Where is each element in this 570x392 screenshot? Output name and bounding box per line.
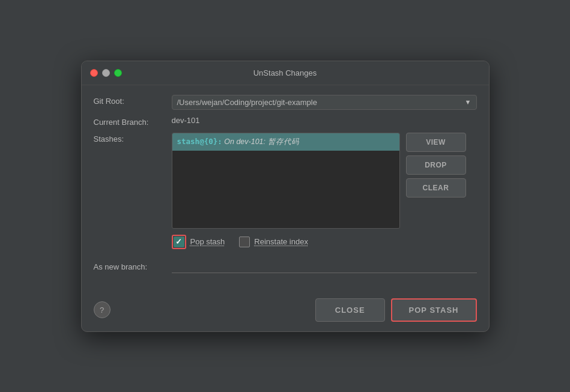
stashes-row: Stashes: stash@{0}: On dev-101: 暂存代码 VIE… [94,133,477,229]
stash-desc: On dev-101: 暂存代码 [224,137,299,146]
checkmark-icon: ✓ [175,237,182,246]
minimize-traffic-light[interactable] [102,69,110,77]
checkboxes-row: ✓ Pop stash Reinstate index [172,235,477,249]
traffic-lights [90,69,122,77]
pop-stash-label: Pop stash [190,237,225,246]
pop-stash-checkbox[interactable]: ✓ [174,237,184,247]
reinstate-index-checkbox[interactable] [239,237,250,247]
new-branch-row: As new branch: [94,259,477,273]
git-root-label: Git Root: [94,95,172,106]
current-branch-row: Current Branch: dev-101 [94,116,477,127]
title-bar: UnStash Changes [82,61,489,85]
pop-stash-checkbox-group[interactable]: ✓ Pop stash [172,235,225,249]
git-root-selector[interactable]: /Users/wejan/Coding/project/git-example … [172,95,477,110]
git-root-row: Git Root: /Users/wejan/Coding/project/gi… [94,95,477,110]
dialog: UnStash Changes Git Root: /Users/wejan/C… [81,61,490,332]
stash-item[interactable]: stash@{0}: On dev-101: 暂存代码 [172,133,399,151]
git-root-path: /Users/wejan/Coding/project/git-example [177,98,460,107]
clear-button[interactable]: CLEAR [406,178,466,198]
pop-stash-checkbox-wrapper: ✓ [172,235,186,249]
pop-stash-button[interactable]: POP STASH [391,298,477,322]
dialog-footer: ? CLOSE POP STASH [82,292,489,331]
stashes-label: Stashes: [94,133,172,143]
reinstate-index-checkbox-group[interactable]: Reinstate index [239,237,308,247]
close-traffic-light[interactable] [90,69,98,77]
drop-button[interactable]: DROP [406,155,466,175]
new-branch-input[interactable] [172,259,477,273]
current-branch-label: Current Branch: [94,116,172,127]
new-branch-label: As new branch: [94,261,172,271]
stashes-list[interactable]: stash@{0}: On dev-101: 暂存代码 [172,133,400,229]
dropdown-arrow-icon: ▼ [465,98,471,106]
dialog-body: Git Root: /Users/wejan/Coding/project/gi… [82,85,489,292]
current-branch-value: dev-101 [172,116,477,125]
stash-action-buttons: VIEW DROP CLEAR [406,133,466,198]
maximize-traffic-light[interactable] [114,69,122,77]
stash-ref: stash@{0}: [177,137,222,146]
footer-buttons: CLOSE POP STASH [315,298,477,322]
close-button[interactable]: CLOSE [315,298,385,322]
help-button[interactable]: ? [94,301,111,318]
dialog-title: UnStash Changes [253,68,317,77]
view-button[interactable]: VIEW [406,133,466,152]
reinstate-index-label: Reinstate index [254,237,308,246]
